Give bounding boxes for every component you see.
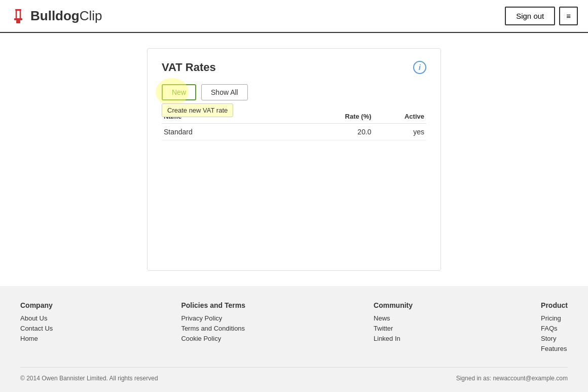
vat-rates-card: VAT Rates i New Create new VAT rate Show…	[147, 48, 441, 271]
menu-icon: ≡	[566, 12, 571, 20]
header-actions: Sign out ≡	[505, 7, 578, 25]
card-title: VAT Rates	[162, 61, 216, 74]
logo-light: Clip	[80, 8, 102, 23]
main-content: VAT Rates i New Create new VAT rate Show…	[0, 33, 588, 286]
footer-community: Community News Twitter Linked In	[374, 301, 413, 355]
table-body: Standard 20.0 yes	[162, 124, 426, 140]
footer-policies: Policies and Terms Privacy Policy Terms …	[181, 301, 245, 355]
footer-link-features[interactable]: Features	[541, 345, 568, 352]
svg-rect-1	[16, 10, 20, 19]
bulldog-clip-icon	[10, 8, 26, 24]
logo-bold: Bulldog	[30, 8, 80, 23]
footer-policies-heading: Policies and Terms	[181, 301, 245, 309]
menu-button[interactable]: ≡	[559, 7, 578, 25]
svg-rect-2	[14, 18, 22, 20]
footer-product: Product Pricing FAQs Story Features	[541, 301, 568, 355]
new-button[interactable]: New	[162, 84, 196, 100]
header: BulldogClip Sign out ≡	[0, 0, 588, 33]
info-icon[interactable]: i	[413, 61, 426, 74]
footer-columns: Company About Us Contact Us Home Policie…	[20, 301, 568, 355]
footer-link-twitter[interactable]: Twitter	[374, 325, 413, 332]
col-header-active: Active	[374, 110, 426, 124]
copyright-text: © 2014 Owen Bannister Limited. All right…	[20, 375, 158, 382]
signed-in-text: Signed in as: newaccount@example.com	[456, 375, 568, 382]
col-header-rate: Rate (%)	[307, 110, 374, 124]
footer-bottom: © 2014 Owen Bannister Limited. All right…	[20, 367, 568, 382]
footer-link-news[interactable]: News	[374, 314, 413, 322]
svg-rect-3	[16, 20, 20, 23]
new-button-wrapper: New Create new VAT rate	[162, 84, 196, 100]
cell-rate: 20.0	[307, 124, 374, 140]
logo-text: BulldogClip	[30, 8, 102, 24]
footer-link-home[interactable]: Home	[20, 335, 53, 342]
footer-link-cookie[interactable]: Cookie Policy	[181, 335, 245, 342]
footer-company-heading: Company	[20, 301, 53, 309]
cell-active: yes	[374, 124, 426, 140]
cell-name: Standard	[162, 124, 307, 140]
footer-link-contact[interactable]: Contact Us	[20, 325, 53, 332]
table-row: Standard 20.0 yes	[162, 124, 426, 140]
footer: Company About Us Contact Us Home Policie…	[0, 286, 588, 392]
sign-out-button[interactable]: Sign out	[505, 7, 555, 25]
footer-product-heading: Product	[541, 301, 568, 309]
footer-link-about[interactable]: About Us	[20, 314, 53, 322]
footer-link-linkedin[interactable]: Linked In	[374, 335, 413, 342]
footer-link-privacy[interactable]: Privacy Policy	[181, 314, 245, 322]
logo: BulldogClip	[10, 8, 102, 24]
footer-link-terms[interactable]: Terms and Conditions	[181, 325, 245, 332]
show-all-button[interactable]: Show All	[201, 84, 248, 100]
footer-community-heading: Community	[374, 301, 413, 309]
footer-company: Company About Us Contact Us Home	[20, 301, 53, 355]
button-row: New Create new VAT rate Show All	[162, 84, 426, 100]
footer-link-story[interactable]: Story	[541, 335, 568, 342]
footer-link-pricing[interactable]: Pricing	[541, 314, 568, 322]
col-header-name: Name	[162, 110, 307, 124]
card-header: VAT Rates i	[162, 61, 426, 74]
vat-table: Name Rate (%) Active Standard 20.0 yes	[162, 110, 426, 140]
table-header: Name Rate (%) Active	[162, 110, 426, 124]
footer-link-faqs[interactable]: FAQs	[541, 325, 568, 332]
